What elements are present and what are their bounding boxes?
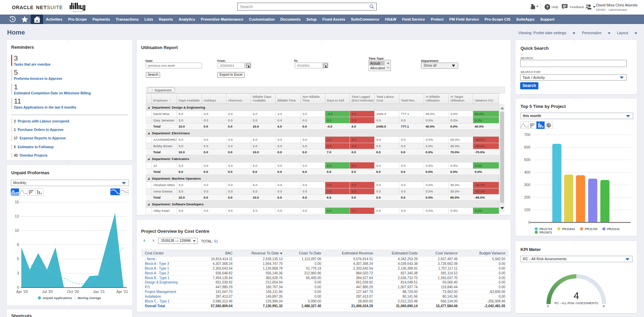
svg-text:8: 8 (603, 304, 604, 308)
svg-text:100: 100 (524, 208, 530, 212)
svg-text:200: 200 (524, 195, 530, 199)
svg-text:0: 0 (17, 285, 19, 289)
svg-text:15: 15 (15, 200, 19, 204)
svg-text:300: 300 (524, 183, 530, 187)
svg-text:500: 500 (524, 158, 530, 162)
svg-text:Jul '20: Jul '20 (42, 290, 52, 294)
svg-text:600: 600 (524, 145, 530, 149)
svg-text:?: ? (546, 5, 549, 9)
svg-text:10: 10 (15, 228, 19, 232)
svg-text:0: 0 (547, 304, 549, 308)
svg-text:Jan '21: Jan '21 (93, 290, 105, 294)
svg-text:Apr '20: Apr '20 (16, 290, 28, 294)
svg-text:4: 4 (574, 290, 579, 301)
svg-text:5: 5 (17, 257, 19, 261)
svg-text:700: 700 (524, 133, 530, 137)
svg-text:400: 400 (524, 170, 530, 174)
svg-text:Apr '21: Apr '21 (116, 290, 128, 294)
svg-text:Oct '20: Oct '20 (67, 290, 79, 294)
svg-text:3: 3 (17, 271, 19, 275)
svg-text:RC - ALL RISK ASSESSMENTS: RC - ALL RISK ASSESSMENTS (554, 301, 598, 305)
svg-text:8: 8 (17, 243, 19, 247)
svg-text:13: 13 (15, 214, 19, 218)
